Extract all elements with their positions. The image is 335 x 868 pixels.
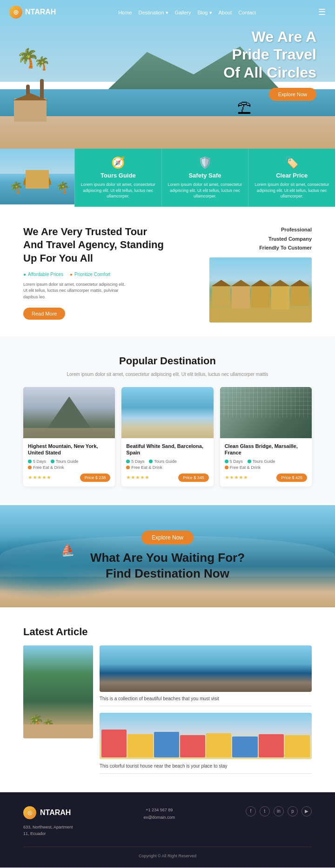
feature-title-1: Tours Guide <box>80 172 156 179</box>
dest-info-3: Clean Glass Bridge, Marsaille, France 5 … <box>220 438 312 487</box>
nav-contact[interactable]: Contact <box>238 10 256 15</box>
dest-title-3: Clean Glass Bridge, Marsaille, France <box>225 443 307 456</box>
logo[interactable]: ◎ NTARAH <box>9 6 56 19</box>
feature-text-1: Lorem ipsum dolor sit amet, consectetur … <box>80 182 156 199</box>
about-right: Professional Trusted Company Friendly To… <box>209 225 312 322</box>
about-section: We Are Very Trusted Tour And Travel Agen… <box>0 207 335 336</box>
features-strip: 🌴 🌴 🧭 Tours Guide Lorem ipsum dolor sit … <box>0 149 335 207</box>
navbar: ◎ NTARAH Home Destination ▾ Gallery Blog… <box>0 0 335 24</box>
footer-brand-block: ◎ NTARAH 633, Northwest, Apartment 11, E… <box>23 806 73 837</box>
cta-content: Explore Now What Are You Waiting For? Fi… <box>90 531 245 582</box>
social-linkedin[interactable]: in <box>274 806 284 816</box>
dest-title-1: Highest Mountain, New York, United State… <box>28 443 110 456</box>
dest-card-1: Highest Mountain, New York, United State… <box>23 387 115 487</box>
dest-info-2: Beatiful White Sand, Barcelona, Spain 5 … <box>121 438 213 487</box>
about-heading: We Are Very Trusted Tour And Travel Agen… <box>23 225 200 265</box>
feature-safety: 🛡️ Safety Safe Lorem ipsum dolor sit ame… <box>161 149 248 207</box>
article-text-2: This colorful tourist house near the bea… <box>100 763 312 769</box>
article-main-image: 🌴 🌴 <box>23 645 93 738</box>
umbrella-icon: ⛱ <box>237 100 251 116</box>
articles-title: Latest Article <box>23 626 312 638</box>
about-image <box>209 257 312 322</box>
footer-top: ◎ NTARAH 633, Northwest, Apartment 11, E… <box>23 806 312 837</box>
boat-icon: ⛵ <box>60 543 74 558</box>
logo-icon: ◎ <box>9 6 22 19</box>
social-facebook[interactable]: f <box>246 806 256 816</box>
price-icon: 🏷️ <box>254 156 329 169</box>
price-btn-2[interactable]: Price $ 345 <box>178 473 209 482</box>
hero-text: We Are A Pride Travel Of All Circles Exp… <box>223 28 316 101</box>
footer-logo: ◎ NTARAH <box>23 806 73 819</box>
dest-img-3 <box>220 387 312 438</box>
social-youtube[interactable]: ▶ <box>302 806 312 816</box>
about-badges: ● Affordable Prices ● Prioritize Comfort <box>23 272 200 277</box>
cta-section: ⛵ Explore Now What Are You Waiting For? … <box>0 505 335 607</box>
brand-name: NTARAH <box>25 8 56 16</box>
feature-tours-guide: 🧭 Tours Guide Lorem ipsum dolor sit amet… <box>74 149 161 207</box>
nav-gallery[interactable]: Gallery <box>175 10 191 15</box>
feature-text-2: Lorem ipsum dolor sit amet, consectetur … <box>168 182 243 199</box>
badge-comfort: ● Prioritize Comfort <box>70 272 110 277</box>
articles-layout: 🌴 🌴 This is a collection of beautiful be… <box>23 645 312 774</box>
feature-text-3: Lorem ipsum dolor sit amet, consectetur … <box>254 182 329 199</box>
popular-subtitle: Lorem ipsum dolor sit amet, consectetur … <box>23 371 312 378</box>
footer-copyright: Copyright © All Right Reserved <box>23 847 312 858</box>
feature-image: 🌴 🌴 <box>0 149 74 204</box>
hero-title: We Are A Pride Travel Of All Circles <box>223 28 316 81</box>
popular-section: Popular Destination Lorem ipsum dolor si… <box>0 336 335 505</box>
popular-header: Popular Destination Lorem ipsum dolor si… <box>23 355 312 378</box>
article-img-2 <box>100 713 312 759</box>
article-divider-1 <box>100 706 312 706</box>
dest-card-2: Beatiful White Sand, Barcelona, Spain 5 … <box>121 387 213 487</box>
popular-title: Popular Destination <box>23 355 312 367</box>
dest-meta-3: 5 Days Tours Guide Free Eat & Drink <box>225 459 307 470</box>
dest-card-3: Clean Glass Bridge, Marsaille, France 5 … <box>220 387 312 487</box>
nav-blog[interactable]: Blog ▾ <box>197 10 212 15</box>
badge-affordable: ● Affordable Prices <box>23 272 63 277</box>
tours-icon: 🧭 <box>80 156 156 169</box>
footer: ◎ NTARAH 633, Northwest, Apartment 11, E… <box>0 792 335 868</box>
hamburger-icon[interactable]: ☰ <box>318 7 326 17</box>
footer-brand-name: NTARAH <box>40 809 71 817</box>
articles-right: This is a collection of beautiful beache… <box>100 645 312 774</box>
footer-contact: +1 234 567 89 ex@domain.com <box>143 806 175 821</box>
footer-logo-icon: ◎ <box>23 806 36 819</box>
nav-destination[interactable]: Destination ▾ <box>139 10 168 15</box>
dest-meta-2: 5 Days Tours Guide Free Eat & Drink <box>126 459 208 470</box>
about-description: Lorem ipsum dolor sit amet, consectetur … <box>23 282 126 301</box>
nav-home[interactable]: Home <box>118 10 132 15</box>
destination-cards: Highest Mountain, New York, United State… <box>23 387 312 487</box>
about-content: We Are Very Trusted Tour And Travel Agen… <box>23 225 200 320</box>
safety-icon: 🛡️ <box>168 156 243 169</box>
article-text-1: This is a collection of beautiful beache… <box>100 696 312 702</box>
dest-meta-1: 5 Days Tours Guide Free Eat & Drink <box>28 459 110 470</box>
price-btn-3[interactable]: Price $ 425 <box>276 473 307 482</box>
footer-socials: f t in p ▶ <box>246 806 312 816</box>
feature-title-2: Safety Safe <box>168 172 243 179</box>
dest-bottom-2: ★★★★★ Price $ 345 <box>126 473 208 482</box>
dest-img-2 <box>121 387 213 438</box>
cta-title: What Are You Waiting For? Find Destinati… <box>90 550 245 582</box>
social-pinterest[interactable]: p <box>288 806 298 816</box>
about-labels: Professional Trusted Company Friendly To… <box>259 225 312 253</box>
dest-title-2: Beatiful White Sand, Barcelona, Spain <box>126 443 208 456</box>
article-card-1: This is a collection of beautiful beache… <box>100 645 312 706</box>
article-img-1 <box>100 645 312 692</box>
nav-about[interactable]: About <box>219 10 232 15</box>
footer-address: 633, Northwest, Apartment 11, Ecuador <box>23 824 73 837</box>
price-btn-1[interactable]: Price $ 238 <box>80 473 111 482</box>
article-card-2: This colorful tourist house near the bea… <box>100 713 312 774</box>
cta-explore-button[interactable]: Explore Now <box>141 531 194 545</box>
dest-bottom-1: ★★★★★ Price $ 238 <box>28 473 110 482</box>
dest-bottom-3: ★★★★★ Price $ 425 <box>225 473 307 482</box>
feature-price: 🏷️ Clear Price Lorem ipsum dolor sit ame… <box>248 149 335 207</box>
hero-cta-button[interactable]: Explore Now <box>269 88 316 101</box>
article-divider-2 <box>100 773 312 774</box>
feature-title-3: Clear Price <box>254 172 329 179</box>
read-more-button[interactable]: Read More <box>23 308 65 320</box>
badge-icon-1: ● <box>23 272 26 277</box>
social-twitter[interactable]: t <box>260 806 270 816</box>
articles-section: Latest Article 🌴 🌴 This is a collection … <box>0 607 335 792</box>
badge-icon-2: ● <box>70 272 73 277</box>
dest-img-1 <box>23 387 115 438</box>
